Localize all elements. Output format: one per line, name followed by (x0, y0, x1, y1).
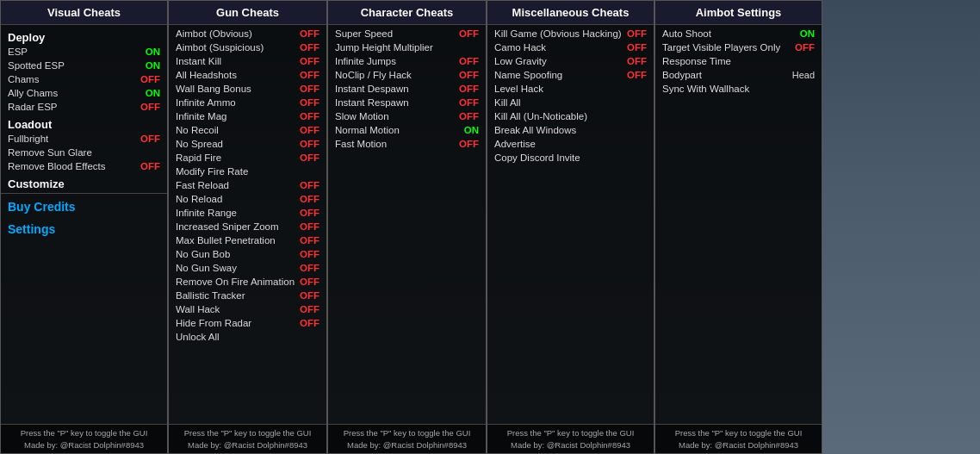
character-panel-body: Super SpeedOFF Jump Height Multiplier In… (328, 25, 486, 424)
misc-panel-body: Kill Game (Obvious Hacking)OFF Camo Hack… (487, 25, 654, 424)
item-remove-sun-glare[interactable]: Remove Sun Glare (1, 146, 167, 159)
item-normal-motion[interactable]: Normal MotionON (328, 123, 486, 137)
aimbot-panel-footer: Press the "P" key to toggle the GUIMade … (655, 424, 822, 453)
item-auto-shoot[interactable]: Auto ShootON (655, 27, 822, 40)
panel-character: Character Cheats Super SpeedOFF Jump Hei… (327, 0, 487, 454)
item-advertise[interactable]: Advertise (487, 137, 654, 151)
item-target-visible-only[interactable]: Target Visible Players OnlyOFF (655, 40, 822, 54)
item-no-gun-sway[interactable]: No Gun SwayOFF (169, 261, 326, 275)
item-infinite-mag[interactable]: Infinite MagOFF (169, 109, 326, 123)
item-aimbot-obvious[interactable]: Aimbot (Obvious)OFF (169, 27, 326, 40)
item-jump-height[interactable]: Jump Height Multiplier (328, 40, 486, 54)
panel-misc: Miscellaneous Cheats Kill Game (Obvious … (487, 0, 654, 454)
item-super-speed[interactable]: Super SpeedOFF (328, 27, 486, 40)
item-fast-motion[interactable]: Fast MotionOFF (328, 137, 486, 151)
visual-panel-body: Deploy ESP ON Spotted ESP ON Chams OFF A… (1, 25, 167, 424)
item-no-recoil[interactable]: No RecoilOFF (169, 123, 326, 137)
item-camo-hack[interactable]: Camo HackOFF (487, 40, 654, 54)
item-aimbot-suspicious[interactable]: Aimbot (Suspicious)OFF (169, 40, 326, 54)
item-instant-despawn[interactable]: Instant DespawnOFF (328, 82, 486, 96)
item-copy-discord[interactable]: Copy Discord Invite (487, 151, 654, 165)
item-wall-hack[interactable]: Wall HackOFF (169, 302, 326, 316)
item-response-time[interactable]: Response Time (655, 54, 822, 68)
item-hide-from-radar[interactable]: Hide From RadarOFF (169, 316, 326, 330)
item-kill-all[interactable]: Kill All (487, 96, 654, 109)
gun-panel-footer: Press the "P" key to toggle the GUIMade … (169, 424, 326, 453)
item-radar-esp[interactable]: Radar ESP OFF (1, 100, 167, 114)
item-slow-motion[interactable]: Slow MotionOFF (328, 109, 486, 123)
item-level-hack[interactable]: Level Hack (487, 82, 654, 96)
item-modify-fire-rate[interactable]: Modify Fire Rate (169, 165, 326, 178)
panel-visual: Visual Cheats Deploy ESP ON Spotted ESP … (0, 0, 168, 454)
item-increased-sniper-zoom[interactable]: Increased Sniper ZoomOFF (169, 220, 326, 233)
section-deploy: Deploy (1, 28, 167, 45)
item-chams[interactable]: Chams OFF (1, 72, 167, 86)
item-infinite-range[interactable]: Infinite RangeOFF (169, 206, 326, 220)
item-rapid-fire[interactable]: Rapid FireOFF (169, 151, 326, 165)
section-loadout: Loadout (1, 115, 167, 132)
aimbot-panel-title: Aimbot Settings (655, 1, 822, 25)
section-customize: Customize (1, 175, 167, 191)
character-panel-footer: Press the "P" key to toggle the GUIMade … (328, 424, 486, 453)
aimbot-panel-body: Auto ShootON Target Visible Players Only… (655, 25, 822, 424)
item-max-bullet-penetration[interactable]: Max Bullet PenetrationOFF (169, 233, 326, 247)
item-fullbright[interactable]: Fullbright OFF (1, 132, 167, 146)
panel-aimbot: Aimbot Settings Auto ShootON Target Visi… (654, 0, 822, 454)
item-kill-game[interactable]: Kill Game (Obvious Hacking)OFF (487, 27, 654, 40)
item-noclip-fly[interactable]: NoClip / Fly HackOFF (328, 68, 486, 82)
item-esp[interactable]: ESP ON (1, 45, 167, 59)
item-break-all-windows[interactable]: Break All Windows (487, 123, 654, 137)
panels-container: Visual Cheats Deploy ESP ON Spotted ESP … (0, 0, 822, 454)
visual-panel-footer: Press the "P" key to toggle the GUIMade … (1, 424, 167, 453)
item-wall-bang-bonus[interactable]: Wall Bang BonusOFF (169, 82, 326, 96)
item-no-gun-bob[interactable]: No Gun BobOFF (169, 247, 326, 261)
item-ally-chams[interactable]: Ally Chams ON (1, 86, 167, 100)
character-panel-title: Character Cheats (328, 1, 486, 25)
item-unlock-all[interactable]: Unlock All (169, 330, 326, 344)
item-instant-kill[interactable]: Instant KillOFF (169, 54, 326, 68)
item-no-spread[interactable]: No SpreadOFF (169, 137, 326, 151)
item-remove-blood[interactable]: Remove Blood Effects OFF (1, 159, 167, 173)
gun-panel-body: Aimbot (Obvious)OFF Aimbot (Suspicious)O… (169, 25, 326, 424)
item-fast-reload[interactable]: Fast ReloadOFF (169, 178, 326, 192)
gun-panel-title: Gun Cheats (169, 1, 326, 25)
buy-credits-link[interactable]: Buy Credits (1, 196, 167, 218)
panel-gun: Gun Cheats Aimbot (Obvious)OFF Aimbot (S… (168, 0, 327, 454)
item-remove-on-fire-animation[interactable]: Remove On Fire AnimationOFF (169, 275, 326, 289)
item-infinite-ammo[interactable]: Infinite AmmoOFF (169, 96, 326, 109)
item-kill-all-un-noticable[interactable]: Kill All (Un-Noticable) (487, 109, 654, 123)
item-infinite-jumps[interactable]: Infinite JumpsOFF (328, 54, 486, 68)
item-low-gravity[interactable]: Low GravityOFF (487, 54, 654, 68)
item-ballistic-tracker[interactable]: Ballistic TrackerOFF (169, 289, 326, 302)
settings-link[interactable]: Settings (1, 218, 167, 240)
item-sync-wallhack[interactable]: Sync With Wallhack (655, 82, 822, 96)
item-name-spoofing[interactable]: Name SpoofingOFF (487, 68, 654, 82)
item-spotted-esp[interactable]: Spotted ESP ON (1, 59, 167, 72)
misc-panel-footer: Press the "P" key to toggle the GUIMade … (487, 424, 654, 453)
divider-1 (1, 193, 167, 194)
item-instant-respawn[interactable]: Instant RespawnOFF (328, 96, 486, 109)
item-bodypart[interactable]: BodypartHead (655, 68, 822, 82)
item-all-headshots[interactable]: All HeadshotsOFF (169, 68, 326, 82)
item-no-reload[interactable]: No ReloadOFF (169, 192, 326, 206)
visual-panel-title: Visual Cheats (1, 1, 167, 25)
misc-panel-title: Miscellaneous Cheats (487, 1, 654, 25)
